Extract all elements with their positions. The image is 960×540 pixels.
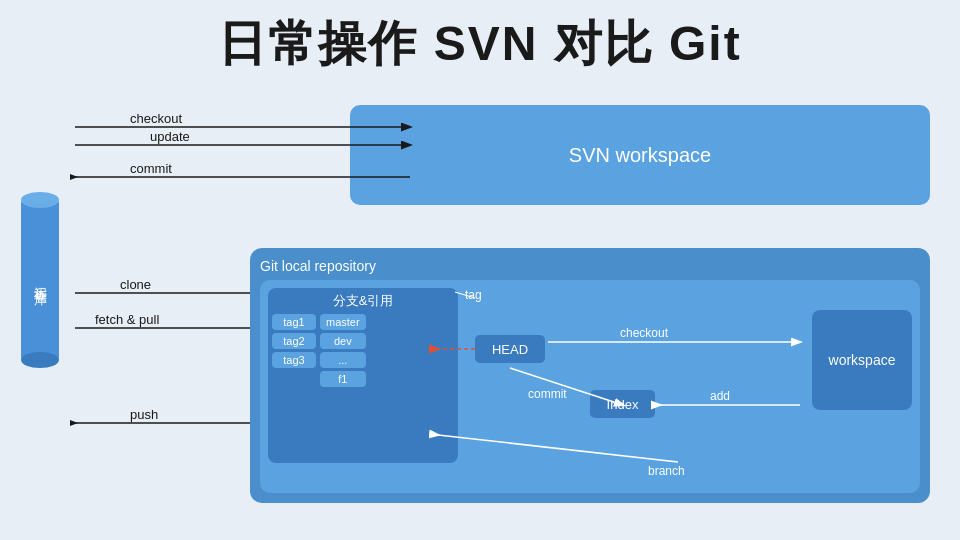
svg-text:checkout: checkout: [130, 111, 182, 126]
git-local-label: Git local repository: [260, 258, 920, 274]
tags-col: tag1 tag2 tag3: [272, 314, 316, 387]
svg-text:add: add: [710, 389, 730, 403]
git-section: clone fetch & pull push Git local reposi…: [70, 248, 930, 513]
refs-box: 分支&引用 tag1 tag2 tag3 master dev ... f1: [268, 288, 458, 463]
head-box: HEAD: [475, 335, 545, 363]
svg-text:push: push: [130, 407, 158, 422]
cylinder: 远程仓库: [21, 200, 59, 360]
cylinder-label: 远程仓库: [31, 276, 49, 284]
svn-box: SVN workspace: [350, 105, 930, 205]
refs-inner: tag1 tag2 tag3 master dev ... f1: [272, 314, 454, 387]
tag2-box: tag2: [272, 333, 316, 349]
svg-text:checkout: checkout: [620, 326, 669, 340]
index-box: Index: [590, 390, 655, 418]
svg-text:clone: clone: [120, 277, 151, 292]
tag-label: tag: [465, 288, 482, 302]
refs-label: 分支&引用: [272, 292, 454, 310]
svg-text:fetch & pull: fetch & pull: [95, 312, 159, 327]
page-title: 日常操作 SVN 对比 Git: [0, 0, 960, 76]
svg-line-20: [438, 435, 678, 462]
workspace-box: workspace: [812, 310, 912, 410]
svn-box-label: SVN workspace: [569, 144, 711, 167]
svg-text:commit: commit: [130, 161, 172, 176]
dev-box: dev: [320, 333, 366, 349]
git-left-arrows: clone fetch & pull push: [70, 248, 280, 503]
svg-text:branch: branch: [648, 464, 685, 478]
git-inner-box: 分支&引用 tag1 tag2 tag3 master dev ... f1: [260, 280, 920, 493]
svg-text:commit: commit: [528, 387, 567, 401]
svn-section: SVN workspace checkout update commit: [70, 105, 930, 215]
branches-col: master dev ... f1: [320, 314, 366, 387]
dots-box: ...: [320, 352, 366, 368]
master-box: master: [320, 314, 366, 330]
svg-text:update: update: [150, 129, 190, 144]
git-outer-box: Git local repository 分支&引用 tag1 tag2 tag…: [250, 248, 930, 503]
tag3-box: tag3: [272, 352, 316, 368]
tag1-box: tag1: [272, 314, 316, 330]
remote-repo: 远程仓库: [18, 200, 62, 380]
f1-box: f1: [320, 371, 366, 387]
